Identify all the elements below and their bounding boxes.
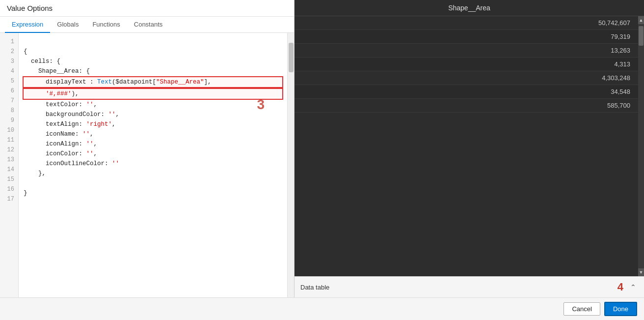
cancel-button[interactable]: Cancel xyxy=(564,302,600,316)
tab-functions[interactable]: Functions xyxy=(85,17,127,33)
bottom-bar: Cancel Done xyxy=(0,297,644,320)
tab-globals[interactable]: Globals xyxy=(50,17,85,33)
code-line-10: iconName: '', xyxy=(24,129,282,139)
tab-constants[interactable]: Constants xyxy=(127,17,170,33)
code-line-3: cells: { xyxy=(24,57,282,66)
editor-area: 1 2 3 4 5 6 7 8 9 10 11 12 13 14 15 16 1 xyxy=(0,33,294,297)
code-line-6: '#,###'), xyxy=(23,88,283,100)
code-line-4: Shape__Area: { xyxy=(24,66,282,76)
code-line-14: }, xyxy=(24,169,282,178)
table-cell: 34,548 xyxy=(295,85,638,99)
footer-right: 4 ⌃ xyxy=(617,281,638,293)
dialog: Value Options Expression Globals Functio… xyxy=(0,0,644,320)
line-numbers: 1 2 3 4 5 6 7 8 9 10 11 12 13 14 15 16 1 xyxy=(0,33,19,297)
code-line-13: iconOutlineColor: '' xyxy=(24,159,282,169)
table-cell: 79,319 xyxy=(295,30,638,44)
scroll-thumb xyxy=(289,43,294,72)
table-cell: 4,313 xyxy=(295,58,638,71)
annotation-4: 4 xyxy=(617,281,623,293)
code-line-12: iconColor: '', xyxy=(24,149,282,159)
code-line-2: { xyxy=(24,47,282,57)
left-panel: Value Options Expression Globals Functio… xyxy=(0,0,295,297)
table-row: 50,742,607 xyxy=(295,16,638,30)
tab-bar: Expression Globals Functions Constants xyxy=(0,17,294,33)
table-row: 4,313 xyxy=(295,58,638,71)
data-table-footer: Data table 4 ⌃ xyxy=(295,276,644,297)
table-cell: 50,742,607 xyxy=(295,16,638,30)
collapse-button[interactable]: ⌃ xyxy=(628,282,638,292)
editor-scrollbar[interactable] xyxy=(287,33,294,297)
code-line-9: textAlign: 'right', xyxy=(24,119,282,129)
right-panel-header: Shape__Area xyxy=(295,0,644,16)
code-line-1 xyxy=(24,37,282,47)
table-cell: 585,700 xyxy=(295,99,638,113)
tab-expression[interactable]: Expression xyxy=(5,17,50,33)
table-row: 34,548 xyxy=(295,85,638,99)
code-line-15 xyxy=(24,178,282,188)
table-row: 13,263 xyxy=(295,44,638,58)
code-line-5: displayText : Text($datapoint["Shape__Ar… xyxy=(23,76,283,88)
data-table: 50,742,607 79,319 13,263 4,313 xyxy=(295,16,638,113)
table-row: 79,319 xyxy=(295,30,638,44)
scroll-up-icon[interactable]: ▲ xyxy=(638,16,644,24)
scroll-thumb-right xyxy=(639,26,644,46)
footer-label: Data table xyxy=(300,284,329,291)
annotation-3: 3 xyxy=(257,97,265,113)
code-line-11: iconAlign: '', xyxy=(24,139,282,149)
code-line-7: textColor: '', xyxy=(24,100,282,110)
done-button[interactable]: Done xyxy=(604,302,637,316)
right-panel: Shape__Area 50,742,607 79,319 13,263 xyxy=(295,0,644,297)
table-cell: 13,263 xyxy=(295,44,638,58)
dialog-title: Value Options xyxy=(0,0,294,17)
data-table-scroll[interactable]: 50,742,607 79,319 13,263 4,313 xyxy=(295,16,638,276)
code-line-16: } xyxy=(24,188,282,198)
table-row: 585,700 xyxy=(295,99,638,113)
code-line-17 xyxy=(24,198,282,208)
scroll-down-icon[interactable]: ▼ xyxy=(638,268,644,276)
code-line-8: backgroundColor: '', xyxy=(24,110,282,119)
right-scrollbar[interactable]: ▲ ▼ xyxy=(638,16,644,276)
table-cell: 4,303,248 xyxy=(295,71,638,85)
code-editor[interactable]: { cells: { Shape__Area: { displayText : … xyxy=(19,33,287,297)
table-row: 4,303,248 xyxy=(295,71,638,85)
